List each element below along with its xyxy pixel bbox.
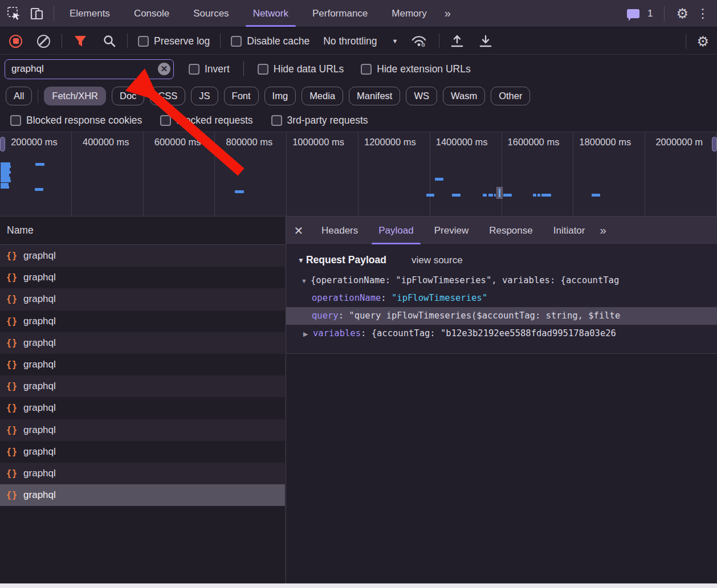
disclosure-triangle-icon[interactable]: ▶ — [303, 325, 313, 342]
payload-row[interactable]: operationName: "ipFlowTimeseries" — [286, 289, 717, 307]
message-count: 1 — [647, 8, 653, 19]
checkbox[interactable] — [138, 36, 149, 47]
payload-row[interactable]: ▶variables: {accountTag: "b12e3b2192ee55… — [286, 325, 717, 342]
details-tab-initiator[interactable]: Initiator — [543, 217, 596, 244]
chip-fetch-xhr[interactable]: Fetch/XHR — [44, 87, 106, 105]
more-tabs-icon[interactable]: » — [439, 7, 455, 20]
tab-console[interactable]: Console — [122, 0, 181, 27]
request-rows: {}graphql{}graphql{}graphql{}graphql{}gr… — [0, 245, 285, 506]
request-row[interactable]: {}graphql — [0, 332, 285, 354]
waterfall-bar — [1, 186, 9, 189]
network-settings-gear-icon[interactable]: ⚙ — [696, 35, 709, 48]
name-column-header[interactable]: Name — [0, 217, 285, 245]
details-tab-payload[interactable]: Payload — [368, 217, 423, 244]
invert-checkbox[interactable]: Invert — [189, 63, 230, 75]
close-icon[interactable]: ✕ — [286, 224, 311, 238]
search-icon[interactable] — [103, 34, 116, 48]
dropdown-caret-icon: ▼ — [392, 38, 398, 44]
timeline-left-scroll-handle[interactable] — [0, 137, 5, 152]
timeline-overview[interactable]: 200000 ms400000 ms600000 ms800000 ms1000… — [0, 132, 717, 217]
json-icon: {} — [6, 447, 18, 457]
json-icon: {} — [6, 403, 18, 413]
chip-css[interactable]: CSS — [150, 87, 185, 105]
disclosure-triangle-icon[interactable]: ▼ — [298, 256, 304, 264]
request-name: graphql — [23, 272, 56, 283]
request-payload-header[interactable]: ▼ Request Payload view source — [298, 254, 717, 266]
throttling-select[interactable]: No throttling ▼ — [323, 35, 398, 47]
request-row[interactable]: {}graphql — [0, 441, 285, 463]
details-tab-response[interactable]: Response — [479, 217, 543, 244]
request-row[interactable]: {}graphql — [0, 375, 285, 397]
request-row[interactable]: {}graphql — [0, 419, 285, 441]
record-icon[interactable] — [9, 35, 22, 48]
payload-row[interactable]: query: "query ipFlowTimeseries($accountT… — [286, 307, 717, 325]
blocked-response-cookies-checkbox[interactable]: Blocked response cookies — [10, 115, 142, 126]
tab-sources[interactable]: Sources — [181, 0, 241, 27]
details-more-tabs-icon[interactable]: » — [595, 224, 610, 237]
checkbox[interactable] — [160, 115, 171, 126]
chip-font[interactable]: Font — [224, 87, 259, 105]
filter-icon[interactable] — [73, 34, 88, 48]
clear-filter-icon[interactable]: ✕ — [158, 63, 170, 75]
request-row[interactable]: {}graphql — [0, 484, 285, 506]
request-row[interactable]: {}graphql — [0, 245, 285, 267]
import-har-icon[interactable] — [450, 34, 465, 48]
kebab-menu-icon[interactable]: ⋮ — [696, 7, 709, 20]
tab-elements[interactable]: Elements — [58, 0, 122, 27]
panel-tabs: ElementsConsoleSourcesNetworkPerformance… — [58, 0, 439, 27]
json-icon: {} — [6, 490, 18, 500]
waterfall-bar — [1, 179, 11, 182]
inspect-cursor-icon[interactable] — [7, 6, 22, 21]
request-row[interactable]: {}graphql — [0, 311, 285, 332]
disable-cache-checkbox[interactable]: Disable cache — [231, 35, 309, 47]
messages-badge-icon[interactable] — [627, 9, 639, 18]
payload-row[interactable]: ▼{operationName: "ipFlowTimeseries", var… — [286, 272, 717, 289]
request-row[interactable]: {}graphql — [0, 267, 285, 288]
request-name: graphql — [23, 316, 56, 327]
clear-icon[interactable] — [37, 35, 50, 48]
preserve-log-checkbox[interactable]: Preserve log — [138, 35, 210, 47]
filter-row: ✕ Invert Hide data URLs Hide extension U… — [0, 55, 717, 83]
request-row[interactable]: {}graphql — [0, 354, 285, 375]
details-tab-preview[interactable]: Preview — [424, 217, 479, 244]
disclosure-triangle-icon[interactable]: ▼ — [301, 272, 311, 289]
chip-wasm[interactable]: Wasm — [443, 87, 485, 105]
more-filters-row: Blocked response cookiesBlocked requests… — [0, 109, 717, 132]
details-tab-headers[interactable]: Headers — [311, 217, 368, 244]
timeline-tick-label: 400000 ms — [83, 137, 129, 148]
chip-other[interactable]: Other — [491, 87, 530, 105]
chip-manifest[interactable]: Manifest — [349, 87, 400, 105]
3rd-party-requests-checkbox[interactable]: 3rd-party requests — [271, 115, 368, 126]
tab-network[interactable]: Network — [241, 0, 300, 27]
checkbox[interactable] — [10, 115, 21, 126]
tab-performance[interactable]: Performance — [300, 0, 380, 27]
filter-input[interactable] — [5, 59, 174, 79]
hide-extension-urls-checkbox[interactable]: Hide extension URLs — [361, 63, 470, 75]
json-icon: {} — [6, 251, 18, 261]
export-har-icon[interactable] — [478, 34, 493, 48]
network-conditions-icon[interactable]: ⚙ — [410, 34, 427, 48]
device-toolbar-icon[interactable] — [30, 6, 44, 21]
chip-media[interactable]: Media — [302, 87, 343, 105]
tab-memory[interactable]: Memory — [380, 0, 438, 27]
chip-img[interactable]: Img — [264, 87, 296, 105]
blocked-requests-checkbox[interactable]: Blocked requests — [160, 115, 252, 126]
chip-all[interactable]: All — [6, 87, 32, 105]
request-row[interactable]: {}graphql — [0, 397, 285, 419]
request-row[interactable]: {}graphql — [0, 463, 285, 484]
svg-text:⚙: ⚙ — [421, 42, 426, 48]
blocked-requests-label: Blocked requests — [176, 115, 252, 126]
timeline-column: 1000000 ms — [287, 132, 358, 217]
chip-ws[interactable]: WS — [406, 87, 437, 105]
checkbox[interactable] — [231, 36, 242, 47]
timeline-right-scroll-handle[interactable] — [712, 137, 717, 152]
checkbox[interactable] — [271, 115, 282, 126]
request-name: graphql — [23, 359, 56, 370]
view-source-link[interactable]: view source — [412, 255, 463, 266]
hide-data-urls-checkbox[interactable]: Hide data URLs — [258, 63, 344, 75]
waterfall-selection-marker — [496, 187, 503, 199]
settings-gear-icon[interactable]: ⚙ — [676, 7, 689, 21]
chip-js[interactable]: JS — [191, 87, 218, 105]
chip-doc[interactable]: Doc — [112, 87, 144, 105]
request-row[interactable]: {}graphql — [0, 288, 285, 310]
